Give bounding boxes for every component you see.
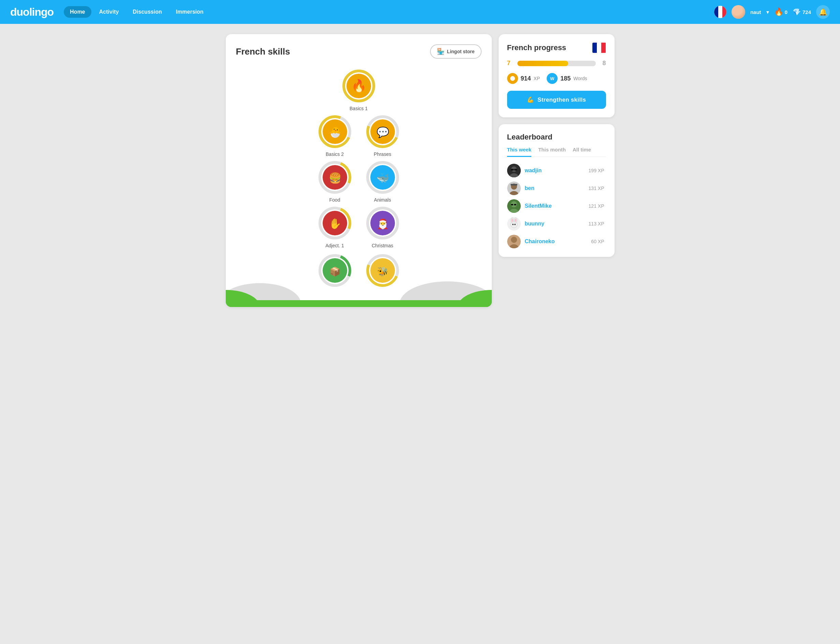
- lb-name-2[interactable]: ben: [525, 185, 584, 191]
- skill-adjectives-label: Adject. 1: [325, 243, 344, 248]
- skill-basics1[interactable]: 🔥 Basics 1: [342, 69, 376, 111]
- lb-name-4[interactable]: buunny: [525, 221, 584, 227]
- lingot-count: 724: [802, 9, 811, 15]
- tab-all-time[interactable]: All time: [573, 147, 591, 157]
- words-value: 185: [560, 75, 571, 82]
- svg-rect-49: [510, 184, 517, 186]
- nav-immersion[interactable]: Immersion: [170, 6, 210, 18]
- panel-title: French skills: [236, 46, 290, 57]
- lb-avatar-1: [507, 164, 521, 177]
- avatar[interactable]: [732, 5, 745, 19]
- leaderboard-list: wadjin 199 XP ben: [507, 164, 606, 248]
- skill-adjectives[interactable]: ✋ Adject. 1: [318, 206, 352, 248]
- level-bar-container: 7 8: [507, 60, 606, 67]
- leaderboard-entries: wadjin 199 XP ben: [507, 164, 604, 248]
- language-flag[interactable]: [714, 6, 727, 18]
- svg-point-59: [512, 219, 513, 222]
- skill-christmas[interactable]: 🎅 Christmas: [366, 206, 400, 248]
- lb-entry-3: SilentMike 121 XP: [507, 199, 604, 213]
- lingot-store-button[interactable]: 🏪 Lingot store: [430, 44, 482, 59]
- strengthen-skills-button[interactable]: 💪 Strengthen skills: [507, 91, 606, 109]
- svg-rect-1: [718, 6, 722, 18]
- progress-title: French progress: [507, 43, 566, 52]
- words-circle: W: [547, 73, 558, 84]
- nav-home[interactable]: Home: [64, 6, 91, 18]
- svg-text:🍔: 🍔: [328, 172, 341, 184]
- level-current: 7: [507, 60, 514, 67]
- right-panel: French progress 7 8: [499, 34, 615, 307]
- progress-card: French progress 7 8: [499, 34, 615, 117]
- leaderboard-tabs: This week This month All time: [507, 147, 606, 157]
- svg-text:🐝: 🐝: [377, 266, 389, 277]
- svg-point-38: [458, 290, 492, 307]
- gem-icon: 💎: [792, 8, 801, 16]
- streak-badge: 🔥 0: [774, 8, 788, 16]
- lb-entry-4: buunny 113 XP: [507, 217, 604, 231]
- header: duolingo Home Activity Discussion Immers…: [0, 0, 840, 24]
- lb-entry-5: Chaironeko 60 XP: [507, 235, 604, 248]
- skill-basics2-label: Basics 2: [326, 151, 344, 157]
- lb-xp-1: 199 XP: [589, 168, 604, 173]
- svg-rect-43: [511, 169, 514, 171]
- lb-avatar-4: [507, 217, 521, 231]
- dropdown-chevron[interactable]: ▾: [766, 9, 769, 15]
- svg-rect-53: [511, 204, 513, 205]
- fire-icon: 🔥: [774, 8, 783, 16]
- skill-phrases-label: Phrases: [374, 151, 391, 157]
- strengthen-icon: 💪: [527, 96, 534, 104]
- lb-xp-3: 121 XP: [589, 203, 604, 209]
- svg-text:📦: 📦: [330, 266, 341, 277]
- svg-point-62: [514, 224, 516, 225]
- skills-row-5: 📦 🐝: [318, 253, 400, 288]
- skill-phrases[interactable]: 💬 Phrases: [366, 115, 400, 157]
- words-stat: W 185 Words: [547, 73, 587, 84]
- skills-row-1: 🔥 Basics 1: [342, 69, 376, 111]
- progress-header: French progress: [507, 43, 606, 53]
- svg-point-37: [226, 290, 260, 307]
- skill-animals-label: Animals: [374, 197, 391, 203]
- tab-this-month[interactable]: This month: [538, 147, 566, 157]
- skill-bee[interactable]: 🐝: [366, 253, 400, 288]
- svg-point-61: [512, 224, 514, 225]
- level-progress-bar: [517, 61, 596, 66]
- skill-box[interactable]: 📦: [318, 253, 352, 288]
- xp-value: 914: [521, 75, 531, 82]
- lb-name-1[interactable]: wadjin: [525, 168, 584, 174]
- nav-discussion[interactable]: Discussion: [126, 6, 168, 18]
- streak-count: 0: [785, 9, 788, 15]
- strengthen-label: Strengthen skills: [538, 97, 586, 104]
- xp-unit: XP: [534, 76, 540, 81]
- svg-text:✋: ✋: [328, 218, 341, 230]
- bell-button[interactable]: 🔔: [816, 5, 830, 19]
- username[interactable]: naut: [750, 9, 761, 15]
- skill-basics2[interactable]: 🐣 Basics 2: [318, 115, 352, 157]
- skill-animals[interactable]: 🐳 Animals: [366, 160, 400, 203]
- skill-basics1-label: Basics 1: [349, 106, 368, 111]
- svg-rect-54: [514, 204, 516, 205]
- logo: duolingo: [10, 6, 54, 18]
- svg-point-60: [515, 219, 516, 222]
- lb-entry-1: wadjin 199 XP: [507, 164, 604, 177]
- svg-rect-39: [226, 300, 492, 307]
- lb-avatar-3: [507, 199, 521, 213]
- words-unit: Words: [573, 76, 587, 81]
- svg-text:💬: 💬: [376, 126, 389, 138]
- lb-avatar-5: [507, 235, 521, 248]
- skill-christmas-label: Christmas: [372, 243, 393, 248]
- xp-stat: 914 XP: [507, 73, 540, 84]
- skill-food[interactable]: 🍔 Food: [318, 160, 352, 203]
- nav-activity[interactable]: Activity: [93, 6, 125, 18]
- skills-row-2: 🐣 Basics 2 💬 Phrases: [318, 115, 400, 157]
- xp-circle: [507, 73, 518, 84]
- panel-header: French skills 🏪 Lingot store: [236, 44, 482, 59]
- tab-this-week[interactable]: This week: [507, 147, 532, 157]
- lb-xp-2: 131 XP: [589, 186, 604, 191]
- lb-name-3[interactable]: SilentMike: [525, 203, 584, 209]
- lb-entry-2: ben 131 XP: [507, 181, 604, 195]
- main-content: French skills 🏪 Lingot store 🔥: [199, 24, 642, 317]
- svg-point-64: [511, 237, 517, 243]
- svg-rect-44: [514, 169, 517, 171]
- svg-text:🐣: 🐣: [328, 126, 341, 138]
- nav: Home Activity Discussion Immersion: [64, 6, 714, 18]
- lb-name-5[interactable]: Chaironeko: [525, 238, 587, 245]
